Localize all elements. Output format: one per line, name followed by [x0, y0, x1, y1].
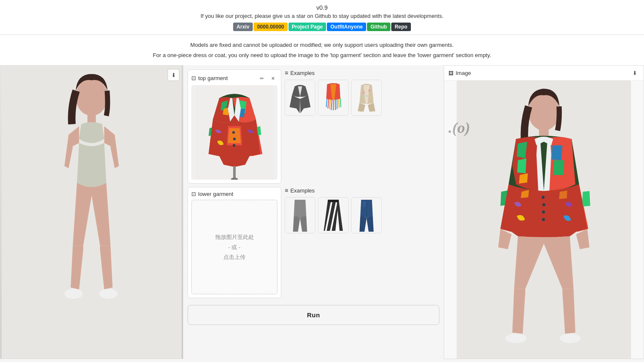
lower-ex3-svg [352, 198, 381, 233]
top-ex3-svg [352, 80, 381, 115]
svg-point-1 [76, 78, 108, 115]
svg-point-43 [542, 211, 545, 214]
lower-garment-header: lower garment [191, 191, 277, 197]
svg-point-4 [99, 289, 118, 299]
model-panel [0, 65, 183, 359]
info-line2: For a one-piece dress or coat, you only … [9, 51, 635, 60]
download-icon [171, 72, 176, 78]
lower-garment-title: lower garment [191, 191, 233, 197]
jacket-svg [191, 85, 277, 180]
upload-text-line3: 点击上传 [223, 252, 245, 262]
svg-point-44 [542, 218, 545, 221]
lower-example-2[interactable] [318, 197, 349, 233]
svg-point-8 [233, 144, 235, 147]
lower-example-1[interactable] [285, 197, 315, 233]
upload-text-line2: - 或 - [228, 242, 241, 252]
main-layout: top garment [0, 65, 644, 359]
info-section: Models are fixed and cannot be uploaded … [0, 35, 644, 65]
lower-example-3[interactable] [351, 197, 382, 233]
svg-rect-33 [328, 200, 338, 202]
close-icon [271, 75, 275, 81]
svg-point-27 [370, 96, 372, 98]
top-garment-upload-box: top garment [188, 69, 281, 184]
svg-point-25 [366, 95, 367, 97]
top-garment-section: top garment [188, 69, 439, 184]
svg-point-42 [543, 203, 546, 206]
image-icon [448, 70, 453, 76]
badge-github[interactable]: Github [367, 23, 390, 31]
svg-point-24 [368, 89, 371, 92]
run-button[interactable]: Run [188, 305, 439, 325]
svg-point-41 [542, 196, 545, 199]
lower-examples-header: Examples [285, 187, 439, 194]
top-garment-label: top garment [198, 75, 228, 81]
svg-point-26 [361, 97, 363, 98]
output-label: Image [456, 70, 471, 76]
svg-point-7 [233, 138, 236, 140]
badge-arxiv[interactable]: Arxiv [233, 23, 253, 31]
edit-icon [260, 75, 264, 81]
badge-repo[interactable]: Repo [391, 23, 411, 31]
svg-rect-9 [233, 166, 236, 179]
top-garment-title: top garment [191, 75, 228, 81]
lower-garment-section: lower garment 拖放图片至此处 - 或 - 点击上传 Example… [188, 187, 439, 298]
lower-ex1-svg [285, 198, 315, 233]
header: v0.9 If you like our project, please giv… [0, 0, 644, 35]
lower-examples-label: Examples [290, 187, 315, 194]
top-garment-upload-area[interactable] [191, 85, 277, 180]
lower-examples-grid [285, 197, 439, 233]
svg-point-46 [560, 333, 580, 343]
top-ex1-svg [285, 80, 315, 115]
top-example-2[interactable] [318, 80, 349, 116]
list-icon-top [285, 69, 288, 76]
middle-panel: top garment [183, 65, 444, 359]
lower-garment-icon [191, 191, 196, 197]
lower-garment-upload-area[interactable]: 拖放图片至此处 - 或 - 点击上传 [191, 200, 277, 294]
output-panel: Image .(o) [444, 65, 644, 359]
lower-ex2-svg [318, 198, 348, 233]
badge-projectpage[interactable]: Project Page [289, 23, 326, 31]
top-examples-label: Examples [290, 70, 315, 76]
top-example-1[interactable] [285, 80, 315, 116]
svg-point-6 [232, 131, 235, 134]
output-svg [444, 80, 644, 359]
badges-row: Arxiv 0000.00000 Project Page OutfitAnyo… [0, 23, 644, 31]
svg-point-3 [64, 289, 83, 299]
top-garment-image [191, 85, 277, 180]
top-examples-grid [285, 80, 439, 116]
upload-text-line1: 拖放图片至此处 [215, 232, 254, 242]
output-image-area: .(o) [444, 80, 644, 359]
top-examples-header: Examples [285, 69, 439, 76]
top-examples-panel: Examples [285, 69, 439, 116]
svg-line-17 [333, 100, 334, 110]
top-example-3[interactable] [351, 80, 382, 116]
output-panel-header: Image [444, 66, 644, 80]
svg-line-21 [341, 98, 341, 107]
list-icon-lower [285, 187, 288, 194]
version-text: v0.9 [0, 4, 644, 11]
lower-examples-panel: Examples [285, 187, 439, 233]
badge-outfitanyone[interactable]: OutfitAnyone [327, 23, 366, 31]
svg-point-23 [362, 91, 365, 94]
model-image [0, 66, 183, 359]
top-garment-edit-button[interactable] [257, 73, 266, 83]
lower-garment-upload-box: lower garment 拖放图片至此处 - 或 - 点击上传 [188, 187, 281, 298]
subtitle-text: If you like our project, please give us … [0, 13, 644, 19]
top-garment-actions [257, 73, 277, 83]
output-download-button[interactable] [630, 68, 639, 78]
top-ex2-svg [318, 80, 348, 115]
model-download-button[interactable] [167, 69, 179, 81]
svg-point-45 [505, 333, 526, 343]
top-garment-header: top garment [191, 73, 277, 83]
svg-line-20 [339, 99, 339, 108]
lower-garment-label: lower garment [198, 191, 233, 197]
top-garment-close-button[interactable] [268, 73, 277, 83]
output-header-left: Image [448, 70, 471, 76]
top-garment-icon [191, 75, 196, 81]
model-svg [0, 66, 183, 359]
output-download-icon [632, 70, 637, 76]
info-line1: Models are fixed and cannot be uploaded … [9, 41, 635, 49]
badge-arxivid[interactable]: 0000.00000 [254, 23, 287, 31]
run-button-container: Run [188, 302, 439, 327]
